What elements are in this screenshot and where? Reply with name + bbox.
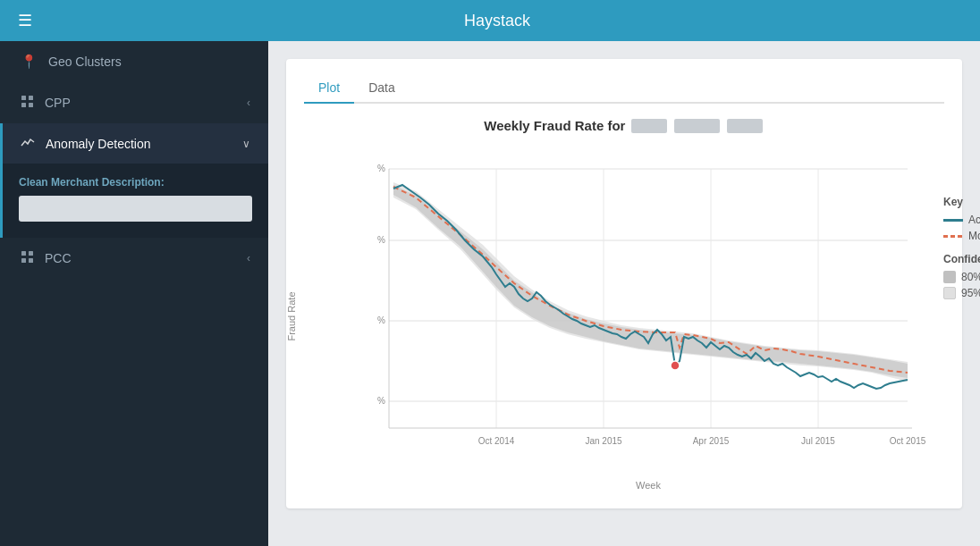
tab-plot[interactable]: Plot xyxy=(304,73,354,104)
legend-item-modeled: Modeled xyxy=(943,230,980,242)
svg-rect-5 xyxy=(29,251,33,256)
tab-data[interactable]: Data xyxy=(354,73,410,104)
svg-rect-0 xyxy=(21,96,26,100)
svg-text:%: % xyxy=(377,315,385,325)
x-axis-label: Week xyxy=(353,480,943,491)
legend-key-title: Key xyxy=(943,196,980,208)
chevron-icon-anomaly: ∨ xyxy=(242,138,250,150)
chart-title-blur-1 xyxy=(631,119,667,133)
legend-label-modeled: Modeled xyxy=(968,230,980,242)
sub-panel-label: Clean Merchant Description: xyxy=(19,176,252,189)
svg-text:%: % xyxy=(377,164,385,173)
grid-icon-pcc xyxy=(21,250,34,266)
chart-legend: Key Actual Modeled Confidence Band 80% xyxy=(943,142,980,303)
svg-rect-2 xyxy=(21,103,26,107)
sidebar-label-anomaly: Anomaly Detection xyxy=(46,137,242,151)
chart-area: Fraud Rate % xyxy=(304,142,943,491)
svg-rect-3 xyxy=(29,103,33,107)
svg-rect-4 xyxy=(21,251,26,256)
chevron-icon-cpp: ‹ xyxy=(247,97,250,109)
chart-wrapper: Fraud Rate % xyxy=(304,142,944,491)
chart-title: Weekly Fraud Rate for xyxy=(304,118,944,133)
y-axis-label: Fraud Rate xyxy=(286,291,297,340)
sidebar-item-anomaly-detection[interactable]: Anomaly Detection ∨ xyxy=(0,123,268,164)
svg-text:Jan 2015: Jan 2015 xyxy=(585,436,622,446)
sidebar-label-geo-clusters: Geo Clusters xyxy=(48,55,250,69)
legend-line-modeled xyxy=(943,235,963,238)
legend-item-actual: Actual xyxy=(943,214,980,226)
main-layout: 📍 Geo Clusters CPP ‹ Anomaly Detection ∨… xyxy=(0,41,980,546)
svg-point-22 xyxy=(671,361,680,370)
app-title: Haystack xyxy=(32,12,962,30)
legend-line-actual xyxy=(943,219,963,222)
svg-marker-21 xyxy=(393,185,908,378)
svg-marker-20 xyxy=(393,182,908,382)
chart-card: Plot Data Weekly Fraud Rate for Fraud Ra… xyxy=(286,59,962,508)
legend-item-80: 80% xyxy=(943,271,980,283)
svg-rect-1 xyxy=(29,96,33,100)
legend-item-95: 95% xyxy=(943,287,980,299)
chart-title-blur-3 xyxy=(727,119,763,133)
svg-text:%: % xyxy=(377,396,385,406)
chart-title-blur-2 xyxy=(674,119,720,133)
sidebar-label-pcc: PCC xyxy=(45,251,247,265)
legend-confidence-title: Confidence Band xyxy=(943,253,980,265)
svg-rect-6 xyxy=(21,258,26,263)
sidebar-item-cpp[interactable]: CPP ‹ xyxy=(0,82,268,123)
sidebar-item-pcc[interactable]: PCC ‹ xyxy=(0,238,268,279)
svg-text:Apr 2015: Apr 2015 xyxy=(693,436,730,446)
legend-band-95 xyxy=(943,287,956,299)
sidebar-label-cpp: CPP xyxy=(45,96,247,110)
svg-text:Oct 2015: Oct 2015 xyxy=(890,436,926,446)
sidebar: 📍 Geo Clusters CPP ‹ Anomaly Detection ∨… xyxy=(0,41,268,546)
svg-text:Oct 2014: Oct 2014 xyxy=(478,436,515,446)
legend-band-80 xyxy=(943,271,956,283)
svg-rect-7 xyxy=(29,258,33,263)
app-header: ☰ Haystack xyxy=(0,0,980,41)
grid-icon-cpp xyxy=(21,95,34,111)
legend-label-80: 80% xyxy=(961,271,980,283)
anomaly-sub-panel: Clean Merchant Description: xyxy=(0,164,268,238)
chevron-icon-pcc: ‹ xyxy=(247,252,250,265)
legend-label-actual: Actual xyxy=(968,214,980,226)
legend-confidence: Confidence Band 80% 95% xyxy=(943,253,980,299)
merchant-description-input[interactable] xyxy=(19,196,252,222)
sidebar-item-geo-clusters[interactable]: 📍 Geo Clusters xyxy=(0,41,268,82)
svg-text:%: % xyxy=(377,235,385,245)
chart-icon xyxy=(21,136,35,151)
chart-svg: % % % % xyxy=(353,142,943,473)
hamburger-icon[interactable]: ☰ xyxy=(18,11,32,30)
svg-text:Jul 2015: Jul 2015 xyxy=(801,436,835,446)
location-icon: 📍 xyxy=(21,54,38,70)
chart-tabs: Plot Data xyxy=(304,73,944,104)
content-area: Plot Data Weekly Fraud Rate for Fraud Ra… xyxy=(268,41,980,546)
legend-label-95: 95% xyxy=(961,287,980,299)
